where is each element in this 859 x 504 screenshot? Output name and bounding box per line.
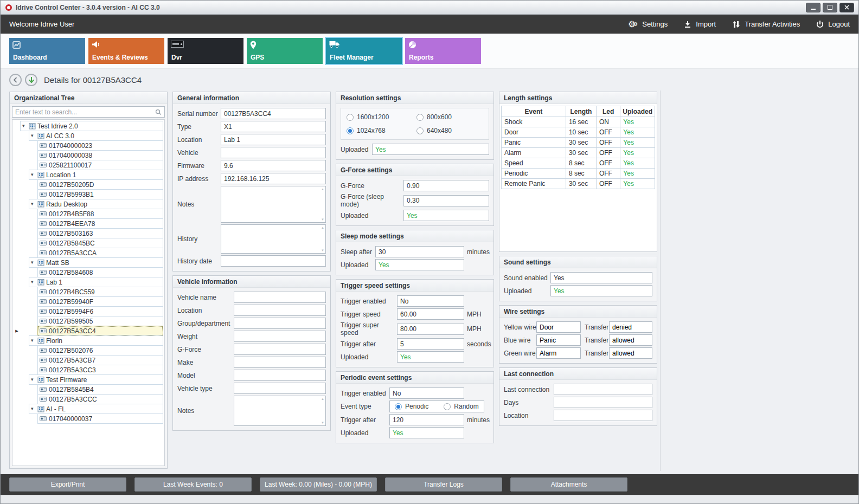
expander-icon[interactable]: ▾	[31, 172, 36, 177]
resolution-option-640x480[interactable]: 640x480	[416, 127, 483, 134]
expander-icon[interactable]: ▾	[31, 133, 36, 138]
periodic-enabled-input[interactable]	[389, 387, 464, 399]
header-action-logout[interactable]: Logout	[816, 20, 850, 28]
tree-device-017040000023[interactable]: 017040000023	[37, 140, 163, 151]
length-row-shock[interactable]: Shock16 secONYes	[502, 117, 655, 127]
wire-event-input[interactable]	[536, 334, 581, 346]
tree-group-ai-fl[interactable]: ▾AI - FL	[29, 404, 163, 414]
tree-device-00127b503163[interactable]: 00127B503163	[37, 228, 163, 238]
tree-device-00127b59940f[interactable]: 00127B59940F	[37, 296, 163, 307]
footer-button-export-print[interactable]: Export/Print	[9, 477, 126, 492]
vehicle-location-input[interactable]	[234, 305, 326, 316]
header-action-import[interactable]: Import	[684, 20, 716, 28]
sound-enabled-input[interactable]	[550, 272, 652, 283]
trigger-super-speed-input[interactable]	[397, 324, 464, 335]
tree-device-00127b502076[interactable]: 00127B502076	[37, 345, 163, 356]
back-button[interactable]	[9, 74, 22, 86]
gforce-sleep-input[interactable]	[403, 195, 489, 206]
tab-gps[interactable]: GPS	[247, 38, 323, 64]
notes-textarea[interactable]	[221, 186, 326, 223]
trigger-after-input[interactable]	[397, 338, 464, 350]
resolution-option-1024x768[interactable]: 1024x768	[347, 127, 413, 134]
tree-group-matt-sb[interactable]: ▾Matt SB	[29, 257, 163, 268]
trigger-enabled-input[interactable]	[397, 295, 464, 307]
length-row-door[interactable]: Door10 secOFFYes	[502, 127, 655, 138]
tree-device-025821100017[interactable]: 025821100017	[37, 160, 163, 170]
tree-device-00127b599505[interactable]: 00127B599505	[37, 316, 163, 326]
expander-icon[interactable]: ▾	[31, 280, 36, 285]
group-department-input[interactable]	[234, 318, 326, 329]
periodic-uploaded-input[interactable]	[389, 427, 464, 438]
scroll-down-icon[interactable]: ▼	[321, 218, 324, 221]
tree-device-017040000037[interactable]: 017040000037	[37, 413, 163, 424]
tree-device-00127b5a3cc3[interactable]: 00127B5A3CC3	[37, 365, 163, 375]
history-date-input[interactable]	[221, 255, 326, 267]
tree-group-test-firmware[interactable]: ▾Test Firmware	[29, 374, 163, 385]
tree-device-00127b5a3cc4[interactable]: 00127B5A3CC4	[37, 326, 163, 336]
tree-device-00127b5845b4[interactable]: 00127B5845B4	[37, 384, 163, 395]
tree-device-00127b50205d[interactable]: 00127B50205D	[37, 179, 163, 190]
footer-button-last-week-0-00-miles-0-00-mph[interactable]: Last Week: 0.00 (Miles) - 0.00 (MPH)	[260, 477, 377, 492]
connection-location-input[interactable]	[554, 410, 652, 421]
length-row-periodic[interactable]: Periodic8 secOFFYes	[502, 169, 655, 179]
tab-reports[interactable]: Reports	[405, 38, 481, 64]
resolution-option-800x600[interactable]: 800x600	[416, 113, 483, 121]
length-row-alarm[interactable]: Alarm30 secOFFYes	[502, 148, 655, 158]
tab-dashboard[interactable]: Dashboard	[9, 38, 85, 64]
minimize-button[interactable]	[806, 3, 820, 12]
footer-button-transfer-logs[interactable]: Transfer Logs	[385, 477, 502, 492]
tree-device-00127b5994f6[interactable]: 00127B5994F6	[37, 306, 163, 316]
scroll-up-icon[interactable]: ▲	[321, 397, 324, 400]
vehicle-gforce-input[interactable]	[234, 344, 326, 355]
maximize-button[interactable]	[823, 3, 837, 12]
expander-icon[interactable]: ▾	[31, 406, 36, 411]
make-input[interactable]	[234, 357, 326, 368]
tab-dvr[interactable]: Dvr	[168, 38, 243, 64]
close-button[interactable]	[839, 3, 854, 12]
trigger-speed-input[interactable]	[397, 308, 464, 320]
tree-group-location-1[interactable]: ▾Location 1	[29, 170, 163, 180]
resolution-option-1600x1200[interactable]: 1600x1200	[347, 113, 413, 121]
tree-group-test-idrive-2-0[interactable]: ▾Test Idrive 2.0	[20, 121, 163, 131]
expander-icon[interactable]: ▾	[31, 202, 36, 206]
header-action-transfer-activities[interactable]: Transfer Activities	[732, 20, 800, 28]
splitter[interactable]	[660, 91, 661, 471]
search-input[interactable]	[12, 106, 165, 118]
gforce-uploaded-input[interactable]	[403, 210, 489, 221]
download-details-button[interactable]	[25, 74, 37, 86]
weight-input[interactable]	[234, 331, 326, 342]
event-type-random[interactable]: Random	[444, 403, 478, 410]
vehicle-input[interactable]	[221, 147, 326, 158]
last-connection-input[interactable]	[554, 384, 652, 395]
tree-group-lab-1[interactable]: ▾Lab 1	[29, 277, 163, 287]
history-textarea[interactable]	[221, 224, 326, 254]
serial-number-input[interactable]	[221, 108, 326, 119]
scroll-down-icon[interactable]: ▼	[321, 249, 324, 252]
tree-group-radu-desktop[interactable]: ▾Radu Desktop	[29, 199, 163, 209]
tree-device-00127b5a3ccc[interactable]: 00127B5A3CCC	[37, 394, 163, 404]
tree-device-00127b4b5f88[interactable]: 00127B4B5F88	[37, 209, 163, 219]
expander-icon[interactable]: ▾	[31, 338, 36, 343]
header-action-settings[interactable]: ⚙⚙Settings	[628, 20, 668, 29]
footer-button-attachments[interactable]: Attachments	[510, 477, 627, 492]
tree-device-00127b5845bc[interactable]: 00127B5845BC	[37, 238, 163, 248]
days-input[interactable]	[554, 397, 652, 408]
tree-group-ai-cc-3-0[interactable]: ▾AI CC 3.0	[29, 131, 163, 141]
vehicle-type-input[interactable]	[234, 383, 326, 394]
length-row-panic[interactable]: Panic30 secOFFYes	[502, 138, 655, 148]
tree-device-00127b4bc559[interactable]: 00127B4BC559	[37, 287, 163, 297]
type-input[interactable]	[221, 121, 326, 132]
sleep-after-input[interactable]	[375, 246, 464, 257]
sleep-uploaded-input[interactable]	[375, 259, 464, 270]
tree-group-florin[interactable]: ▾Florin	[29, 335, 163, 346]
wire-transfer-input[interactable]	[609, 347, 652, 359]
scroll-up-icon[interactable]: ▲	[321, 226, 324, 229]
expander-icon[interactable]: ▾	[31, 377, 36, 382]
expander-icon[interactable]: ▾	[22, 124, 27, 128]
tree-device-00127b5a3cca[interactable]: 00127B5A3CCA	[37, 248, 163, 258]
sound-uploaded-input[interactable]	[550, 285, 652, 296]
tree-device-017040000038[interactable]: 017040000038	[37, 150, 163, 160]
periodic-after-input[interactable]	[389, 414, 464, 425]
wire-transfer-input[interactable]	[609, 321, 652, 333]
footer-button-last-week-events-0[interactable]: Last Week Events: 0	[134, 477, 252, 492]
